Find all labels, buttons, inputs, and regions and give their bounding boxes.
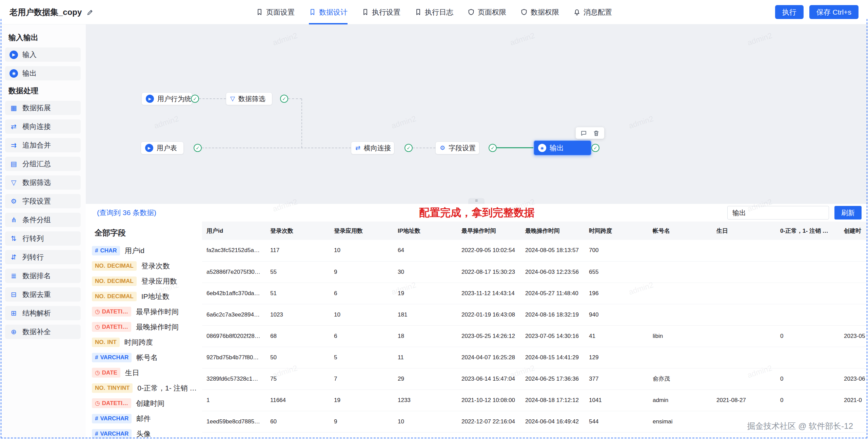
table-cell — [712, 261, 776, 283]
field-type-badge: NO.TINYINT — [92, 383, 133, 393]
run-button[interactable]: 执行 — [775, 5, 804, 19]
node-data-filter[interactable]: ▽ 数据筛选 — [226, 92, 272, 105]
table-cell: 2024-08-18 17:12:12 — [521, 389, 585, 411]
refresh-button[interactable]: 刷新 — [834, 206, 862, 220]
sidebar-item-row-to-column[interactable]: ⇅行转列 — [5, 231, 81, 246]
node-label: 字段设置 — [449, 144, 476, 153]
table-cell: 0 — [776, 325, 840, 347]
column-header: 0-正常，1- 注销 … — [776, 222, 840, 240]
sidebar-item-label: 横向连接 — [22, 122, 51, 131]
table-row: a52886f7e2075f30…559302022-08-17 15:30:2… — [202, 261, 868, 283]
group-summary-icon: ▤ — [9, 160, 18, 168]
delete-icon[interactable] — [593, 130, 599, 136]
tab-page-settings[interactable]: 页面设置 — [256, 0, 295, 24]
table-cell: 64 — [393, 240, 457, 261]
field-type-label: INT — [107, 339, 116, 346]
table-cell: 19 — [330, 389, 393, 411]
field-item[interactable]: NO.DECIMAL登录应用数 — [92, 273, 202, 289]
field-item[interactable]: #VARCHAR邮件 — [92, 411, 202, 426]
column-header: 登录次数 — [266, 222, 330, 240]
sidebar-item-column-to-row[interactable]: ⇵列转行 — [5, 250, 81, 264]
column-header: 生日 — [712, 222, 776, 240]
data-table-scroll-area[interactable]: 用户id登录次数登录应用数IP地址数最早操作时间最晚操作时间时间跨度帐号名生日0… — [202, 222, 868, 439]
table-cell — [648, 283, 712, 304]
tab-message-config[interactable]: 消息配置 — [573, 0, 612, 24]
collapse-panel-handle[interactable] — [468, 198, 485, 204]
field-item[interactable]: ◷DATETI…最晚操作时间 — [92, 319, 202, 335]
table-cell — [712, 283, 776, 304]
table-cell: 75 — [266, 368, 330, 389]
tab-data-permission[interactable]: 数据权限 — [520, 0, 559, 24]
edit-title-icon[interactable] — [86, 8, 94, 16]
tab-execute-settings[interactable]: 执行设置 — [362, 0, 400, 24]
table-cell — [712, 368, 776, 389]
table-cell: 6a6c2c7a3ee2894… — [202, 304, 266, 325]
field-item[interactable]: NO.TINYINT0-正常，1- 注销 不… — [92, 380, 202, 396]
success-status-icon — [591, 144, 599, 152]
column-header: 用户id — [202, 222, 266, 240]
field-type-label: DECIMAL — [107, 278, 133, 285]
node-user-table[interactable]: ▶ 用户表 — [141, 141, 184, 154]
table-cell — [648, 304, 712, 325]
table-cell — [776, 304, 840, 325]
results-body: 全部字段 #CHAR用户idNO.DECIMAL登录次数NO.DECIMAL登录… — [86, 222, 868, 439]
sidebar-item-horizontal-join[interactable]: ⇄横向连接 — [5, 119, 81, 134]
field-item[interactable]: #CHAR用户id — [92, 243, 202, 258]
sidebar-item-label: 字段设置 — [22, 196, 51, 206]
horizontal-join-icon: ⇄ — [355, 144, 360, 152]
field-item[interactable]: NO.DECIMALIP地址数 — [92, 289, 202, 304]
data-complete-icon: ⊕ — [9, 328, 18, 336]
flow-canvas[interactable]: ▶ 用户行为统… ▽ 数据筛选 ▶ 用户表 ⇄ 横向连接 — [86, 24, 868, 204]
field-item[interactable]: #VARCHAR头像 — [92, 426, 202, 439]
sidebar-item-label: 数据补全 — [22, 327, 51, 337]
table-cell: 60 — [266, 411, 330, 432]
connection-behavior-to-filter — [199, 98, 226, 99]
table-body: fa2ac3fc52152d5a…11710642022-09-05 10:02… — [202, 240, 868, 432]
sidebar-item-condition-group[interactable]: ⋔条件分组 — [5, 213, 81, 227]
preview-node-input[interactable] — [727, 206, 829, 220]
sidebar-item-input[interactable]: ▶输入 — [5, 47, 81, 62]
table-cell — [840, 261, 868, 283]
horizontal-join-icon: ⇄ — [9, 122, 18, 131]
column-to-row-icon: ⇵ — [9, 253, 18, 261]
execute-log-icon — [415, 8, 422, 16]
field-item[interactable]: ◷DATE生日 — [92, 365, 202, 380]
comment-icon[interactable] — [580, 130, 587, 136]
table-cell: 2024-06-04 16:49:42 — [521, 411, 585, 432]
table-cell: 18 — [393, 325, 457, 347]
sidebar-item-group-summary[interactable]: ▤分组汇总 — [5, 157, 81, 171]
node-label: 横向连接 — [364, 144, 391, 153]
field-item[interactable]: ◷DATETI…创建时间 — [92, 396, 202, 411]
node-user-behavior-stats[interactable]: ▶ 用户行为统… — [141, 92, 192, 105]
sidebar-item-data-filter[interactable]: ▽数据筛选 — [5, 175, 81, 190]
field-type-label: TINYINT — [107, 385, 130, 392]
sidebar-item-output[interactable]: ◉输出 — [5, 66, 81, 80]
success-status-icon — [191, 95, 199, 103]
table-cell: admin — [648, 389, 712, 411]
sidebar-item-data-rank[interactable]: ≣数据排名 — [5, 269, 81, 283]
node-horizontal-join[interactable]: ⇄ 横向连接 — [351, 141, 394, 154]
sidebar-item-structure-parse[interactable]: ⊞结构解析 — [5, 306, 81, 320]
sidebar-item-data-expand[interactable]: ▦数据拓展 — [5, 101, 81, 115]
tab-page-permission[interactable]: 页面权限 — [468, 0, 506, 24]
tab-data-design[interactable]: 数据设计 — [309, 0, 348, 24]
save-button[interactable]: 保存 Ctrl+s — [809, 5, 859, 19]
table-cell: 2024-08-05 18:13:57 — [521, 240, 585, 261]
node-field-settings[interactable]: ⚙ 字段设置 — [435, 141, 479, 154]
sidebar-item-data-dedup[interactable]: ⊟数据去重 — [5, 287, 81, 302]
sidebar-item-data-complete[interactable]: ⊕数据补全 — [5, 325, 81, 339]
sidebar-item-field-settings[interactable]: ⚙字段设置 — [5, 194, 81, 208]
node-output[interactable]: ◉ 输出 — [533, 140, 592, 156]
column-header: 最早操作时间 — [457, 222, 521, 240]
output-icon: ◉ — [9, 69, 18, 78]
field-item[interactable]: ◷DATETI…最早操作时间 — [92, 304, 202, 319]
sidebar-item-append-merge[interactable]: ⇉追加合并 — [5, 138, 81, 152]
field-item[interactable]: #VARCHAR帐号名 — [92, 350, 202, 365]
field-name: 时间跨度 — [124, 338, 202, 347]
table-row: 927bd75b4b77f80…505112024-04-07 16:25:28… — [202, 347, 868, 368]
field-item[interactable]: NO.DECIMAL登录次数 — [92, 258, 202, 273]
table-row: 6eb42b1affc370da…516192023-11-12 14:43:1… — [202, 283, 868, 304]
table-cell: 1eed59be8cd7885… — [202, 411, 266, 432]
field-item[interactable]: NO.INT时间跨度 — [92, 335, 202, 350]
tab-execute-log[interactable]: 执行日志 — [415, 0, 453, 24]
